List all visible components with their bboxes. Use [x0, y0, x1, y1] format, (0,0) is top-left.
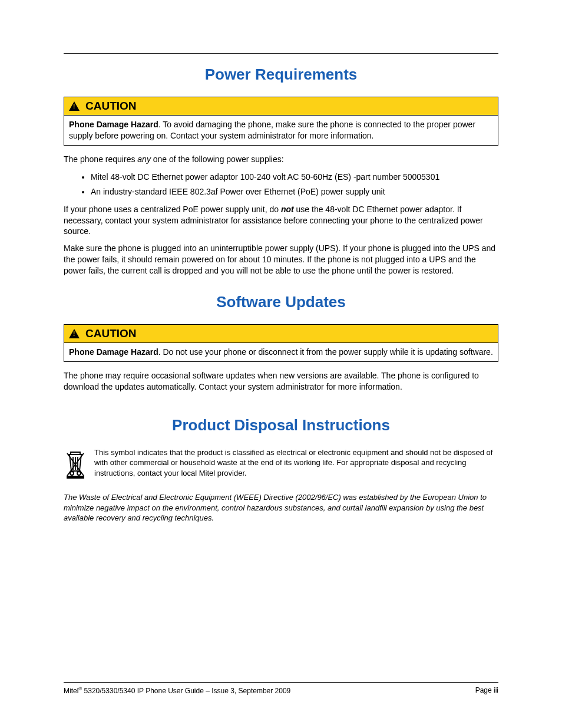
- svg-point-0: [70, 472, 74, 475]
- caution-label: CAUTION: [85, 327, 137, 340]
- warning-triangle-icon: [69, 329, 80, 338]
- weee-directive-note: The Waste of Electrical and Electronic E…: [64, 492, 498, 523]
- footer-page-number: Page iii: [475, 686, 498, 695]
- weee-bin-icon: [64, 449, 90, 482]
- caution-box-software: CAUTION Phone Damage Hazard. Do not use …: [64, 324, 498, 362]
- warning-triangle-icon: [69, 101, 80, 111]
- heading-software-updates: Software Updates: [64, 293, 498, 311]
- footer-left: Mitel® 5320/5330/5340 IP Phone User Guid…: [64, 686, 290, 695]
- svg-rect-2: [67, 476, 84, 478]
- list-item: Mitel 48-volt DC Ethernet power adaptor …: [91, 171, 498, 183]
- power-supply-list: Mitel 48-volt DC Ethernet power adaptor …: [64, 171, 498, 198]
- caution-body: Phone Damage Hazard. To avoid damaging t…: [64, 116, 498, 145]
- list-item: An industry-standard IEEE 802.3af Power …: [91, 186, 498, 198]
- paragraph: Make sure the phone is plugged into an u…: [64, 243, 498, 276]
- heading-power-requirements: Power Requirements: [64, 65, 498, 84]
- disposal-text: This symbol indicates that the product i…: [94, 447, 498, 479]
- paragraph: The phone may require occasional softwar…: [64, 370, 498, 393]
- page-footer: Mitel® 5320/5330/5340 IP Phone User Guid…: [64, 682, 498, 695]
- paragraph: If your phone uses a centralized PoE pow…: [64, 204, 498, 238]
- caution-box-power: CAUTION Phone Damage Hazard. To avoid da…: [64, 97, 498, 146]
- caution-body: Phone Damage Hazard. Do not use your pho…: [64, 343, 498, 361]
- heading-product-disposal: Product Disposal Instructions: [64, 416, 498, 434]
- caution-label: CAUTION: [85, 100, 137, 113]
- svg-point-1: [77, 472, 81, 475]
- paragraph: The phone requires any one of the follow…: [64, 154, 498, 165]
